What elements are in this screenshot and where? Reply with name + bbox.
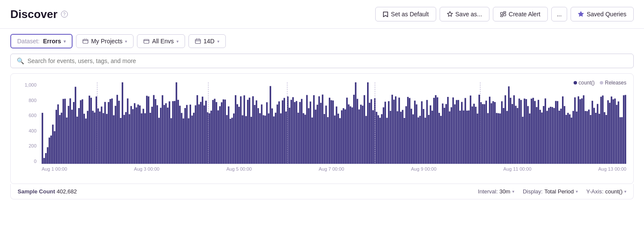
page-header: Discover ? Set as Default Save as... Cre… (0, 0, 644, 29)
display-chevron-icon: ▾ (576, 189, 578, 194)
svg-rect-4 (83, 39, 88, 43)
svg-rect-0 (501, 12, 503, 15)
bookmark-icon (383, 11, 389, 17)
dataset-chevron-icon: ▾ (64, 39, 66, 44)
saved-queries-star-icon (578, 11, 584, 17)
create-alert-button[interactable]: Create Alert (493, 7, 548, 21)
svg-rect-1 (504, 14, 506, 16)
alert-icon (500, 11, 506, 17)
search-input[interactable] (27, 57, 627, 64)
header-actions: Set as Default Save as... Create Alert .… (375, 7, 634, 21)
chart-canvas (42, 82, 626, 164)
y-axis: 1,000 800 600 400 200 0 (18, 82, 39, 164)
more-button[interactable]: ... (551, 7, 568, 21)
env-icon (143, 38, 149, 44)
y-axis-chevron-icon: ▾ (624, 189, 626, 194)
search-icon: 🔍 (17, 57, 24, 64)
search-bar[interactable]: 🔍 (10, 54, 634, 68)
envs-chevron-icon: ▾ (176, 39, 179, 44)
svg-rect-2 (504, 12, 506, 13)
time-filter[interactable]: 14D ▾ (188, 34, 226, 48)
save-as-button[interactable]: Save as... (440, 7, 489, 21)
x-axis: Aug 1 00:00 Aug 3 00:00 Aug 5 00:00 Aug … (42, 166, 626, 177)
time-chevron-icon: ▾ (217, 39, 219, 44)
chart-footer: Sample Count 402,682 Interval: 30m ▾ Dis… (10, 184, 634, 199)
set-default-button[interactable]: Set as Default (375, 7, 436, 21)
page-title: Discover (10, 8, 58, 21)
envs-filter[interactable]: All Envs ▾ (137, 34, 185, 48)
svg-rect-3 (501, 15, 503, 17)
projects-filter[interactable]: My Projects ▾ (76, 34, 134, 48)
star-icon (447, 11, 453, 17)
svg-rect-6 (195, 39, 200, 44)
calendar-icon (195, 38, 201, 44)
display-control[interactable]: Display: Total Period ▾ (523, 188, 578, 195)
svg-rect-5 (144, 39, 149, 43)
y-axis-control[interactable]: Y-Axis: count() ▾ (586, 188, 626, 195)
header-left: Discover ? (10, 8, 68, 21)
chart-plot (42, 82, 626, 164)
dataset-filter[interactable]: Dataset: Errors ▾ (10, 34, 73, 48)
chart-container: count() Releases 1,000 800 600 400 200 0… (10, 73, 634, 184)
interval-control[interactable]: Interval: 30m ▾ (478, 188, 514, 195)
interval-chevron-icon: ▾ (512, 189, 514, 194)
chart-area: 1,000 800 600 400 200 0 Aug 1 00:00 Aug … (18, 82, 626, 177)
sample-count: Sample Count 402,682 (18, 188, 77, 195)
footer-controls: Interval: 30m ▾ Display: Total Period ▾ … (478, 188, 626, 195)
help-icon[interactable]: ? (61, 11, 68, 18)
projects-icon (82, 38, 88, 44)
saved-queries-button[interactable]: Saved Queries (571, 7, 634, 21)
projects-chevron-icon: ▾ (125, 39, 127, 44)
filter-toolbar: Dataset: Errors ▾ My Projects ▾ All Envs… (0, 29, 644, 54)
